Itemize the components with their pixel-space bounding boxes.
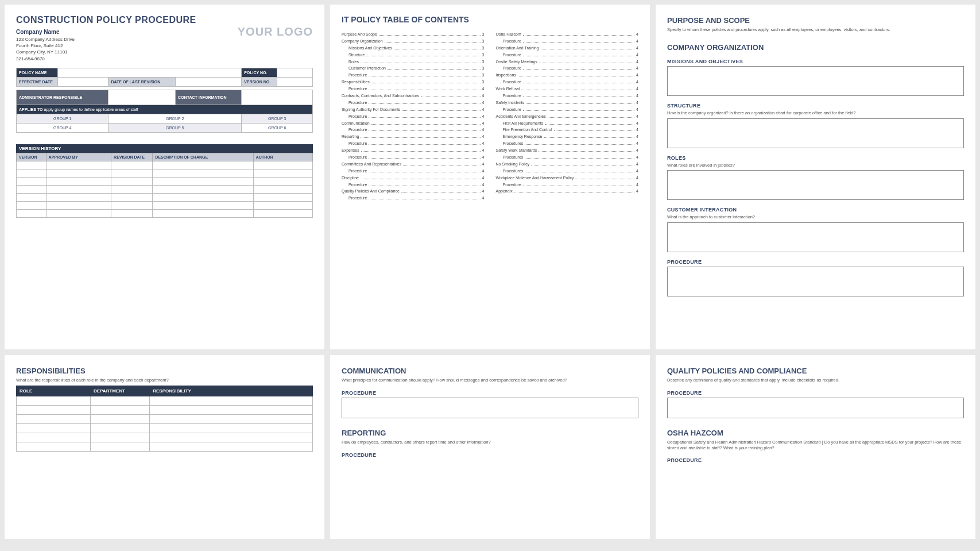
toc-entry[interactable]: Emergency Response4 <box>496 133 639 140</box>
group-1[interactable]: GROUP 1 <box>17 114 109 123</box>
toc-entry[interactable]: Onsite Safety Meetings4 <box>496 59 639 65</box>
toc-entry[interactable]: Signing Authority For Documents4 <box>342 106 485 113</box>
toc-entry[interactable]: Procedure4 <box>496 79 639 86</box>
toc-entry[interactable]: Discipline4 <box>342 175 485 182</box>
structure-heading: STRUCTURE <box>667 103 964 109</box>
group-5[interactable]: GROUP 5 <box>109 123 242 132</box>
report-desc: How do employees, contractors, and other… <box>342 440 638 445</box>
table-row[interactable] <box>17 177 313 185</box>
table-row[interactable] <box>17 396 313 405</box>
purpose-heading: PURPOSE AND SCOPE <box>667 16 964 25</box>
customer-heading: CUSTOMER INTERACTION <box>667 207 964 213</box>
toc-entry[interactable]: Roles3 <box>342 59 485 65</box>
field-admin[interactable] <box>109 90 176 105</box>
structure-input[interactable] <box>667 118 964 148</box>
toc-entry[interactable]: Procedures4 <box>496 140 639 147</box>
version-history-table: VERSION APPROVED BY REVISION DATE DESCRI… <box>16 153 313 218</box>
toc-entry[interactable]: Procedure4 <box>342 154 485 161</box>
toc-entry[interactable]: Reporting4 <box>342 133 485 140</box>
toc-entry[interactable]: Expenses4 <box>342 147 485 154</box>
th-dept: DEPARTMENT <box>91 386 150 396</box>
toc-entry[interactable]: Committees And Representatives4 <box>342 161 485 168</box>
roles-input[interactable] <box>667 170 964 200</box>
customer-input[interactable] <box>667 222 964 252</box>
toc-entry[interactable]: Customer Interaction3 <box>342 65 485 72</box>
group-3[interactable]: GROUP 3 <box>242 114 313 123</box>
table-row[interactable] <box>17 423 313 433</box>
qp-procedure-input[interactable] <box>667 398 964 418</box>
toc-entry[interactable]: Procedure4 <box>342 126 485 133</box>
missions-input[interactable] <box>667 66 964 96</box>
page-2-toc: IT POLICY TABLE OF CONTENTS Purpose And … <box>330 5 650 349</box>
toc-entry[interactable]: Procedure4 <box>496 38 639 45</box>
toc-entry[interactable]: Missions And Objectives3 <box>342 45 485 52</box>
table-row[interactable] <box>17 433 313 442</box>
table-row[interactable] <box>17 161 313 169</box>
table-row[interactable] <box>17 169 313 177</box>
field-version-no[interactable] <box>277 77 313 86</box>
group-4[interactable]: GROUP 4 <box>17 123 109 132</box>
toc-entry[interactable]: Osha Hazcom4 <box>496 31 639 38</box>
toc-entry[interactable]: Procedure4 <box>342 113 485 120</box>
structure-desc: How is the company organized? Is there a… <box>667 110 964 116</box>
table-row[interactable] <box>17 414 313 423</box>
comm-heading: COMMUNICATION <box>342 367 638 375</box>
toc-entry[interactable]: Purpose And Scope3 <box>342 31 485 38</box>
toc-entry[interactable]: Procedure4 <box>342 168 485 175</box>
procedure-heading-5a: PROCEDURE <box>342 390 638 396</box>
toc-entry[interactable]: Procedure4 <box>496 65 639 72</box>
toc-entry[interactable]: Quality Policies And Compliance4 <box>342 188 485 195</box>
field-policy-no[interactable] <box>277 68 313 77</box>
field-effective-date[interactable] <box>58 77 109 86</box>
toc-entry[interactable]: Work Refusal4 <box>496 86 639 93</box>
toc-title: IT POLICY TABLE OF CONTENTS <box>342 15 638 24</box>
toc-entry[interactable]: Company Organization3 <box>342 38 485 45</box>
toc-entry[interactable]: Procedure4 <box>342 99 485 106</box>
toc-entry[interactable]: Structure3 <box>342 52 485 59</box>
procedure-heading-6b: PROCEDURE <box>667 457 964 463</box>
toc-entry[interactable]: Procedure4 <box>342 195 485 202</box>
field-contact[interactable] <box>242 90 313 105</box>
toc-entry[interactable]: Safety Incidents4 <box>496 99 639 106</box>
group-2[interactable]: GROUP 2 <box>109 114 242 123</box>
toc-entry[interactable]: Procedure3 <box>342 72 485 79</box>
applies-to-row: APPLIES TO apply group names to define a… <box>17 105 313 114</box>
procedure-input[interactable] <box>667 267 964 296</box>
toc-entry[interactable]: Appendix4 <box>496 188 639 195</box>
toc-entry[interactable]: Accidents And Emergencies4 <box>496 113 639 120</box>
field-policy-name[interactable] <box>58 68 242 77</box>
toc-entry[interactable]: Procedure4 <box>342 86 485 93</box>
toc-entry[interactable]: Safety Work Standards4 <box>496 147 639 154</box>
toc-entry[interactable]: Responsibilities3 <box>342 79 485 86</box>
toc-entry[interactable]: First Aid Requirements4 <box>496 120 639 127</box>
toc-entry[interactable]: Procedure4 <box>342 182 485 188</box>
table-row[interactable] <box>17 209 313 217</box>
table-row[interactable] <box>17 193 313 201</box>
purpose-desc: Specify to whom these policies and proce… <box>667 27 964 33</box>
toc-entry[interactable]: Contracts, Contractors, And Subcontracto… <box>342 93 485 99</box>
toc-entry[interactable]: Procedures4 <box>496 168 639 175</box>
procedure-heading-5b: PROCEDURE <box>342 452 638 458</box>
toc-entry[interactable]: Procedure4 <box>496 106 639 113</box>
toc-entry[interactable]: No Smoking Policy4 <box>496 161 639 168</box>
toc-entry[interactable]: Procedure4 <box>496 93 639 99</box>
vh-author: AUTHOR <box>253 153 312 161</box>
table-row[interactable] <box>17 185 313 193</box>
responsibilities-table: ROLE DEPARTMENT RESPONSIBILITY <box>16 386 313 452</box>
comm-procedure-input[interactable] <box>342 398 638 418</box>
toc-entry[interactable]: Orientation And Training4 <box>496 45 639 52</box>
toc-entry[interactable]: Procedures4 <box>496 154 639 161</box>
toc-entry[interactable]: Fire Prevention And Control4 <box>496 126 639 133</box>
toc-entry[interactable]: Workplace Violence And Harassment Policy… <box>496 175 639 182</box>
toc-entry[interactable]: Procedure4 <box>496 52 639 59</box>
toc-entry[interactable]: Inspections4 <box>496 72 639 79</box>
table-row[interactable] <box>17 201 313 209</box>
toc-entry[interactable]: Procedure4 <box>342 140 485 147</box>
toc-entry[interactable]: Procedure4 <box>496 182 639 188</box>
table-row[interactable] <box>17 442 313 451</box>
field-last-revision[interactable] <box>176 77 242 86</box>
table-row[interactable] <box>17 405 313 414</box>
toc-entry[interactable]: Communication4 <box>342 120 485 127</box>
label-admin: ADMINISTRATOR RESPONSIBLE <box>17 90 109 105</box>
group-6[interactable]: GROUP 6 <box>242 123 313 132</box>
